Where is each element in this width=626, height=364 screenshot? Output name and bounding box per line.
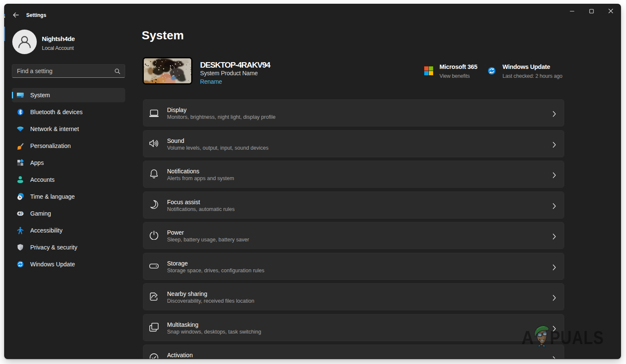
sidebar-item-label: Time & language	[30, 193, 75, 200]
row-icon	[149, 139, 159, 148]
sidebar-item-label: Apps	[30, 159, 44, 166]
avatar[interactable]	[12, 30, 37, 54]
row-subtitle: Volume levels, output, input, sound devi…	[167, 145, 269, 152]
sidebar-item-windows-update[interactable]: Windows Update	[12, 257, 125, 271]
chevron-right-icon	[552, 264, 556, 271]
row-icon	[149, 261, 159, 271]
sidebar-item-label: Windows Update	[30, 261, 75, 268]
sidebar-item-apps[interactable]: Apps	[12, 156, 125, 170]
nav-icon	[16, 176, 24, 183]
chevron-right-icon	[552, 142, 556, 148]
nav-icon	[16, 210, 24, 217]
row-text: Storage Storage space, drives, configura…	[167, 258, 264, 274]
row-icon	[149, 323, 159, 332]
watermark-text-right: PUALS	[550, 327, 604, 349]
windows-update-status: Last checked: 2 hours ago	[502, 73, 563, 79]
settings-row-sound[interactable]: Sound Volume levels, output, input, soun…	[143, 130, 564, 157]
sidebar-item-time-language[interactable]: Time & language	[12, 189, 125, 204]
sidebar-item-label: System	[30, 92, 50, 99]
back-arrow-icon	[13, 12, 19, 18]
minimize-button[interactable]	[562, 4, 582, 18]
sidebar-item-accounts[interactable]: Accounts	[12, 172, 125, 187]
settings-row-focus-assist[interactable]: Focus assist Notifications, automatic ru…	[143, 192, 564, 219]
user-name: Nightsh4de	[42, 35, 75, 42]
row-title: Storage	[167, 260, 264, 268]
row-subtitle: Alerts from apps and system	[167, 175, 234, 182]
settings-window: Settings Nightsh4de Local Account	[4, 4, 621, 359]
settings-row-multitasking[interactable]: Multitasking Snap windows, desktops, tas…	[143, 314, 564, 341]
settings-row-activation[interactable]: Activation	[143, 345, 564, 359]
user-account-type: Local Account	[42, 45, 74, 51]
device-name: DESKTOP-4RAKV94	[200, 60, 270, 70]
search-input[interactable]	[12, 68, 114, 74]
nav-icon	[16, 125, 24, 133]
row-icon	[149, 230, 159, 240]
back-button[interactable]	[9, 9, 22, 20]
maximize-button[interactable]	[582, 4, 601, 18]
close-button[interactable]	[601, 4, 621, 18]
row-icon	[149, 353, 159, 359]
row-text: Activation	[167, 350, 193, 359]
row-text: Notifications Alerts from apps and syste…	[167, 166, 234, 182]
row-title: Notifications	[167, 167, 234, 175]
sidebar-item-bluetooth-devices[interactable]: Bluetooth & devices	[12, 105, 125, 119]
nav-icon	[16, 260, 24, 268]
row-title: Display	[167, 106, 275, 114]
settings-row-nearby-sharing[interactable]: Nearby sharing Discoverability, received…	[143, 283, 564, 310]
sidebar-item-personalization[interactable]: Personalization	[12, 139, 125, 153]
sidebar-nav: System Bluetooth & devices Network & int…	[12, 88, 125, 274]
row-text: Multitasking Snap windows, desktops, tas…	[167, 319, 261, 336]
row-title: Focus assist	[167, 198, 235, 206]
row-text: Nearby sharing Discoverability, received…	[167, 288, 254, 305]
close-icon	[608, 8, 613, 14]
sidebar-item-accessibility[interactable]: Accessibility	[12, 223, 125, 238]
chevron-right-icon	[552, 233, 556, 240]
row-title: Multitasking	[167, 321, 261, 329]
windows-update-title: Windows Update	[502, 63, 550, 70]
watermark-text-left: A	[522, 327, 534, 349]
view-benefits-link[interactable]: View benefits	[439, 73, 470, 79]
sidebar-item-gaming[interactable]: Gaming	[12, 206, 125, 221]
chevron-right-icon	[552, 111, 556, 117]
sidebar-item-system[interactable]: System	[12, 88, 125, 102]
nav-icon	[16, 108, 24, 116]
sidebar-item-label: Accounts	[30, 176, 55, 183]
sidebar-item-label: Privacy & security	[30, 244, 77, 251]
row-subtitle: Discoverability, received files location	[167, 298, 254, 305]
chevron-right-icon	[552, 295, 556, 301]
row-subtitle: Notifications, automatic rules	[167, 206, 235, 213]
row-subtitle: Snap windows, desktops, task switching	[167, 328, 261, 336]
settings-row-storage[interactable]: Storage Storage space, drives, configura…	[143, 253, 564, 280]
maximize-icon	[589, 9, 594, 14]
row-text: Power Sleep, battery usage, battery save…	[167, 227, 249, 244]
row-title: Power	[167, 229, 249, 237]
nav-icon	[16, 227, 24, 234]
settings-row-power[interactable]: Power Sleep, battery usage, battery save…	[143, 222, 564, 249]
row-title: Nearby sharing	[167, 290, 254, 298]
row-icon	[149, 169, 159, 178]
settings-row-notifications[interactable]: Notifications Alerts from apps and syste…	[143, 161, 564, 188]
background-window-fragment	[4, 16, 5, 18]
row-text: Sound Volume levels, output, input, soun…	[167, 135, 269, 152]
row-title: Sound	[167, 137, 269, 145]
search-box[interactable]	[12, 64, 125, 78]
row-icon	[149, 108, 159, 117]
microsoft-365-title: Microsoft 365	[439, 63, 478, 70]
sidebar-item-label: Gaming	[30, 210, 51, 217]
caption-buttons	[562, 4, 621, 18]
person-icon	[12, 30, 37, 54]
search-icon	[114, 68, 121, 74]
device-thumbnail	[143, 57, 192, 85]
windows-update-icon	[487, 66, 496, 75]
device-product-name: System Product Name	[200, 70, 258, 77]
nav-icon	[16, 159, 24, 167]
page-title: System	[142, 29, 184, 42]
appuals-mascot	[534, 324, 550, 347]
sidebar-item-privacy-security[interactable]: Privacy & security	[12, 240, 125, 255]
rename-link[interactable]: Rename	[200, 78, 222, 85]
nav-icon	[16, 91, 24, 99]
sidebar-item-network-internet[interactable]: Network & internet	[12, 122, 125, 136]
nav-icon	[16, 244, 24, 251]
row-subtitle: Sleep, battery usage, battery saver	[167, 236, 249, 244]
settings-row-display[interactable]: Display Monitors, brightness, night ligh…	[143, 99, 564, 126]
